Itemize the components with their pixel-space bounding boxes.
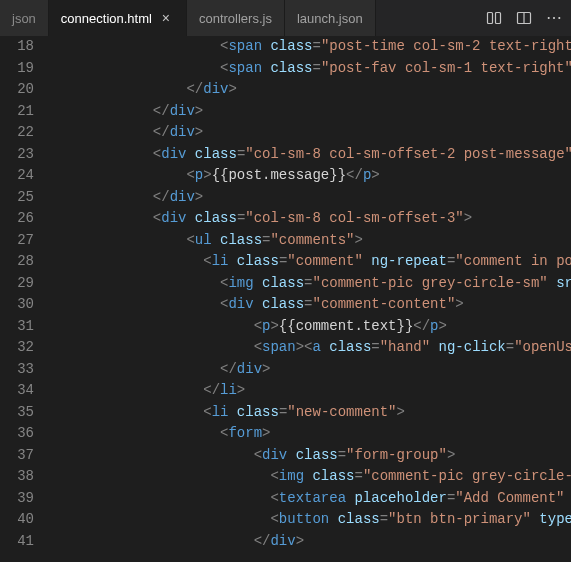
line-number-gutter: 1819202122232425262728293031323334353637…	[0, 36, 52, 562]
code-line: <textarea placeholder="Add Comment" clas…	[52, 488, 571, 510]
line-number: 21	[0, 101, 34, 123]
code-line: </div>	[52, 531, 571, 553]
tab-label: launch.json	[297, 11, 363, 26]
tab-partial-left[interactable]: json	[0, 0, 49, 36]
code-line: <li class="new-comment">	[52, 402, 571, 424]
code-line: <div class="form-group">	[52, 445, 571, 467]
code-line: <p>{{comment.text}}</p>	[52, 316, 571, 338]
tab-launch-json[interactable]: launch.json	[285, 0, 376, 36]
line-number: 33	[0, 359, 34, 381]
code-line: <img class="comment-pic grey-circle-sm" …	[52, 466, 571, 488]
tab-label: controllers.js	[199, 11, 272, 26]
code-line: </div>	[52, 359, 571, 381]
code-line: </div>	[52, 187, 571, 209]
code-line: <button class="btn btn-primary" type="su…	[52, 509, 571, 531]
line-number: 26	[0, 208, 34, 230]
code-line: </li>	[52, 380, 571, 402]
code-line: </div>	[52, 122, 571, 144]
code-line: </div>	[52, 101, 571, 123]
code-line: <ul class="comments">	[52, 230, 571, 252]
svg-rect-1	[496, 13, 501, 24]
tab-label: json	[12, 11, 36, 26]
code-line: </div>	[52, 79, 571, 101]
line-number: 27	[0, 230, 34, 252]
compare-changes-icon[interactable]	[485, 9, 503, 27]
line-number: 22	[0, 122, 34, 144]
close-icon[interactable]: ×	[158, 10, 174, 26]
line-number: 28	[0, 251, 34, 273]
line-number: 40	[0, 509, 34, 531]
tab-actions: ⋯	[477, 0, 571, 36]
line-number: 38	[0, 466, 34, 488]
code-line: <span class="post-fav col-sm-1 text-righ…	[52, 58, 571, 80]
line-number: 29	[0, 273, 34, 295]
code-line: <img class="comment-pic grey-circle-sm" …	[52, 273, 571, 295]
code-line: <p>{{post.message}}</p>	[52, 165, 571, 187]
code-line: <div class="comment-content">	[52, 294, 571, 316]
svg-rect-0	[488, 13, 493, 24]
line-number: 19	[0, 58, 34, 80]
tab-controllers-js[interactable]: controllers.js	[187, 0, 285, 36]
line-number: 34	[0, 380, 34, 402]
line-number: 36	[0, 423, 34, 445]
line-number: 31	[0, 316, 34, 338]
code-editor[interactable]: 1819202122232425262728293031323334353637…	[0, 36, 571, 562]
code-line: <li class="comment" ng-repeat="comment i…	[52, 251, 571, 273]
line-number: 30	[0, 294, 34, 316]
code-line: <div class="col-sm-8 col-sm-offset-3">	[52, 208, 571, 230]
line-number: 32	[0, 337, 34, 359]
code-line: <span><a class="hand" ng-click="openUser…	[52, 337, 571, 359]
line-number: 41	[0, 531, 34, 553]
split-editor-icon[interactable]	[515, 9, 533, 27]
tab-label: connection.html	[61, 11, 152, 26]
line-number: 23	[0, 144, 34, 166]
editor-tabs: json connection.html × controllers.js la…	[0, 0, 571, 36]
line-number: 39	[0, 488, 34, 510]
line-number: 35	[0, 402, 34, 424]
line-number: 18	[0, 36, 34, 58]
tab-connection-html[interactable]: connection.html ×	[49, 0, 187, 36]
line-number: 20	[0, 79, 34, 101]
code-line: <span class="post-time col-sm-2 text-rig…	[52, 36, 571, 58]
code-line: <form>	[52, 423, 571, 445]
code-content[interactable]: <span class="post-time col-sm-2 text-rig…	[52, 36, 571, 562]
code-line: <div class="col-sm-8 col-sm-offset-2 pos…	[52, 144, 571, 166]
line-number: 37	[0, 445, 34, 467]
line-number: 24	[0, 165, 34, 187]
line-number: 25	[0, 187, 34, 209]
more-actions-icon[interactable]: ⋯	[545, 9, 563, 27]
